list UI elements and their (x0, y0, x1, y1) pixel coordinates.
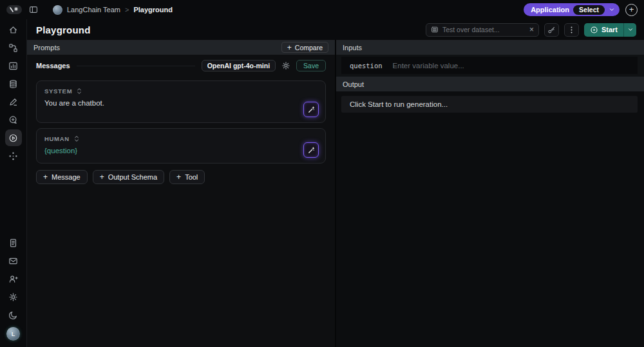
deployment-icon (8, 151, 18, 161)
gear-icon (281, 61, 290, 70)
team-avatar[interactable] (53, 5, 62, 15)
plus-icon: + (176, 173, 181, 181)
sidebar-item-invite-user[interactable] (5, 270, 22, 287)
sort-icon[interactable] (74, 135, 79, 142)
sort-icon[interactable] (77, 88, 82, 95)
ai-improve-button[interactable] (303, 102, 319, 117)
sidebar-item-prompts-hub[interactable] (5, 111, 22, 128)
wand-icon (307, 146, 316, 155)
divider (77, 66, 195, 66)
plus-icon: + (43, 173, 48, 181)
moon-icon (8, 310, 18, 320)
breadcrumb-separator-icon: > (125, 6, 129, 14)
prompts-body: Messages OpenAI gpt-4o-mini Save (27, 55, 335, 184)
dataset-search-field[interactable] (442, 26, 526, 33)
human-message-card[interactable]: HUMAN {question} (36, 128, 326, 164)
add-tool-label: Tool (185, 173, 198, 181)
sidebar-item-docs[interactable] (5, 234, 22, 251)
page-header: Playground × (27, 19, 644, 40)
dataset-icon (431, 26, 439, 33)
model-settings-button[interactable] (280, 60, 292, 71)
io-panel: Inputs question Output Click Start to ru… (336, 40, 644, 347)
sidebar-toggle-icon[interactable] (28, 4, 39, 15)
ai-improve-button[interactable] (303, 142, 319, 158)
inputs-header: Inputs (336, 40, 644, 55)
add-button[interactable]: + (625, 4, 638, 16)
output-header: Output (336, 77, 644, 91)
chat-plus-icon (8, 115, 18, 125)
start-button[interactable]: Start (584, 23, 623, 37)
compare-button[interactable]: + Compare (281, 42, 328, 53)
human-role-row: HUMAN (44, 135, 317, 142)
application-selector[interactable]: Application Select (524, 3, 620, 16)
breadcrumb-page: Playground (133, 6, 173, 14)
sidebar-item-home[interactable] (5, 21, 22, 38)
add-tool-button[interactable]: + Tool (169, 170, 205, 184)
page-title: Playground (36, 24, 91, 35)
variable-value-input[interactable] (393, 62, 629, 70)
human-message-text[interactable]: {question} (44, 147, 317, 155)
play-circle-icon (8, 133, 18, 143)
plus-icon: + (629, 5, 634, 14)
sidebar-item-settings[interactable] (5, 288, 22, 305)
sidebar-item-inbox[interactable] (5, 252, 22, 269)
user-avatar-initial: L (12, 331, 15, 337)
topbar-actions: Application Select + (524, 3, 638, 16)
dark-mode-toggle[interactable] (5, 306, 22, 323)
messages-toolbar: Messages OpenAI gpt-4o-mini Save (36, 56, 326, 75)
save-button[interactable]: Save (296, 60, 326, 71)
system-role-row: SYSTEM (44, 88, 317, 95)
top-bar: LangChain Team > Playground Application … (0, 0, 644, 19)
inputs-title: Inputs (343, 44, 362, 52)
output-hint-text: Click Start to run generation... (350, 100, 448, 108)
model-controls: OpenAI gpt-4o-mini Save (202, 60, 326, 71)
document-icon (8, 238, 18, 248)
system-message-text[interactable]: You are a chatbot. (44, 99, 317, 107)
model-selector-button[interactable]: OpenAI gpt-4o-mini (202, 60, 276, 71)
breadcrumb: LangChain Team > Playground (53, 5, 173, 15)
plus-icon: + (100, 173, 104, 181)
bar-chart-icon (8, 61, 18, 71)
user-avatar[interactable]: L (6, 327, 20, 341)
sidebar-item-monitoring[interactable] (5, 57, 22, 74)
gear-icon (8, 292, 18, 302)
langsmith-logo[interactable] (6, 5, 22, 14)
chevron-down-icon (627, 26, 634, 33)
sidebar-item-annotation[interactable] (5, 93, 22, 110)
sidebar-rail: L (0, 19, 27, 347)
add-output-schema-button[interactable]: + Output Schema (93, 170, 164, 184)
system-message-card[interactable]: SYSTEM You are a chatbot. (36, 80, 326, 123)
add-user-icon (8, 274, 18, 284)
human-role-label: HUMAN (44, 135, 70, 142)
prompts-title: Prompts (33, 44, 60, 52)
messages-label: Messages (36, 62, 70, 70)
api-key-button[interactable] (544, 23, 559, 37)
mail-icon (8, 256, 18, 266)
home-icon (8, 25, 18, 35)
system-role-label: SYSTEM (44, 88, 72, 95)
sidebar-item-playground[interactable] (5, 129, 22, 146)
sidebar-item-deployments[interactable] (5, 147, 22, 164)
test-over-dataset-input[interactable]: × (426, 23, 539, 37)
start-options-button[interactable] (623, 23, 636, 37)
pencil-icon (8, 97, 18, 107)
workflow-icon (8, 43, 18, 53)
output-placeholder-row: Click Start to run generation... (341, 96, 638, 113)
output-section: Click Start to run generation... (336, 91, 644, 347)
prompts-panel-header: Prompts + Compare (27, 40, 335, 55)
sidebar-item-datasets[interactable] (5, 75, 22, 92)
application-label: Application (531, 6, 569, 14)
clear-icon[interactable]: × (529, 26, 534, 33)
variable-row: question (341, 57, 638, 74)
more-options-button[interactable] (564, 23, 579, 37)
breadcrumb-team[interactable]: LangChain Team (67, 6, 120, 14)
compare-label: Compare (295, 44, 323, 52)
play-icon (590, 26, 598, 34)
plus-icon: + (287, 44, 292, 52)
sidebar-item-tracing[interactable] (5, 39, 22, 56)
add-output-schema-label: Output Schema (108, 173, 157, 181)
variable-name-label: question (350, 62, 383, 70)
chevron-down-icon (609, 6, 615, 13)
select-badge: Select (573, 5, 605, 15)
add-message-button[interactable]: + Message (36, 170, 88, 184)
